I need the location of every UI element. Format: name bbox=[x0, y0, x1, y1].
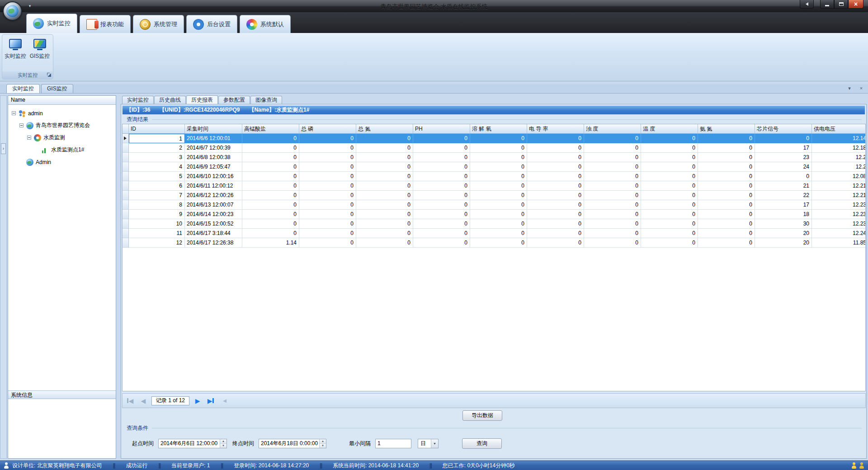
tree-expander-icon[interactable] bbox=[27, 136, 31, 140]
content-tab-1[interactable]: 实时监控 bbox=[122, 96, 154, 104]
tree-expander-icon[interactable] bbox=[12, 111, 16, 115]
tree-column-header[interactable]: Name bbox=[8, 96, 116, 105]
ribbon-button-1[interactable]: 实时监控 bbox=[4, 37, 27, 71]
table-row[interactable]: 102014/6/15 12:00:520000000003012.23 bbox=[123, 219, 865, 229]
end-time-input[interactable]: 2014年6月18日 0:00:00 ▲▼ bbox=[259, 439, 326, 448]
table-cell: 0 bbox=[584, 181, 641, 191]
table-row[interactable]: 52014/6/10 12:00:16000000000012.08 bbox=[123, 172, 865, 181]
column-header-13[interactable]: 供电电压 bbox=[812, 124, 866, 133]
minimize-button[interactable] bbox=[820, 0, 834, 9]
row-selector-cell[interactable] bbox=[123, 238, 129, 248]
row-selector-cell[interactable] bbox=[123, 210, 129, 219]
table-cell: 0 bbox=[584, 153, 641, 162]
interval-unit-combo[interactable]: 日 ▼ bbox=[418, 439, 439, 448]
tree-node[interactable]: 水质监测点1# bbox=[8, 144, 116, 156]
interval-input[interactable] bbox=[375, 439, 411, 448]
export-data-button[interactable]: 导出数据 bbox=[462, 410, 502, 421]
last-record-button[interactable]: ▶ bbox=[206, 396, 216, 406]
table-row[interactable]: 32014/6/8 12:00:380000000002312.2 bbox=[123, 153, 865, 162]
next-record-arrow-icon: ▶ bbox=[195, 396, 200, 406]
column-header-8[interactable]: 电 导 率 bbox=[527, 124, 584, 133]
ribbon-tab-1[interactable]: 实时监控 bbox=[26, 14, 77, 33]
table-row[interactable]: 122014/6/17 12:26:381.14000000002011.85 bbox=[123, 238, 865, 248]
close-button[interactable]: × bbox=[848, 0, 863, 9]
table-row[interactable]: 112014/6/17 3:18:440000000002012.24 bbox=[123, 229, 865, 238]
combo-dropdown-icon[interactable]: ▼ bbox=[431, 439, 438, 448]
ribbon-tab-4[interactable]: 后台设置 bbox=[186, 15, 237, 33]
column-header-2[interactable]: 采集时间 bbox=[185, 124, 242, 133]
end-time-spinner[interactable]: ▲▼ bbox=[319, 439, 326, 448]
row-selector-cell[interactable] bbox=[123, 181, 129, 191]
content-tab-5[interactable]: 图像查询 bbox=[250, 96, 282, 104]
ribbon-group-footer: 实时监控 bbox=[2, 71, 53, 79]
table-row[interactable]: 22014/6/7 12:00:390000000001712.18 bbox=[123, 143, 865, 153]
first-record-button[interactable]: ◀ bbox=[125, 396, 135, 406]
tab-list-dropdown-icon[interactable]: ▾ bbox=[846, 85, 853, 91]
table-row[interactable]: 12014/6/6 12:00:01000000000012.14 bbox=[123, 134, 865, 143]
column-header-9[interactable]: 浊 度 bbox=[584, 124, 641, 133]
column-header-6[interactable]: PH bbox=[413, 124, 470, 133]
ribbon-tab-2[interactable]: 报表功能 bbox=[80, 15, 131, 33]
ribbon-tab-3[interactable]: 系统管理 bbox=[133, 15, 184, 33]
tree-node[interactable]: Admin bbox=[8, 156, 116, 168]
maximize-button[interactable] bbox=[834, 0, 848, 9]
table-cell: 2 bbox=[129, 143, 185, 153]
row-selector-cell[interactable] bbox=[123, 143, 129, 153]
column-header-3[interactable]: 高锰酸盐 bbox=[242, 124, 299, 133]
tab-close-icon[interactable]: × bbox=[858, 85, 864, 91]
row-selector-cell[interactable] bbox=[123, 191, 129, 200]
column-header-4[interactable]: 总 磷 bbox=[299, 124, 356, 133]
row-selector-cell[interactable] bbox=[123, 153, 129, 162]
user-status-icon[interactable] bbox=[859, 462, 864, 469]
content-tab-4[interactable]: 参数配置 bbox=[218, 96, 250, 104]
content-tab-3[interactable]: 历史报表 bbox=[186, 95, 218, 104]
expand-panel-button[interactable]: › bbox=[1, 143, 6, 154]
tree-node[interactable]: 青岛市世界园艺博览会 bbox=[8, 119, 116, 132]
table-row[interactable]: 72014/6/12 12:00:260000000002212.21 bbox=[123, 191, 865, 200]
spin-down-icon[interactable]: ▼ bbox=[220, 444, 226, 448]
spin-down-icon[interactable]: ▼ bbox=[320, 444, 326, 448]
table-row[interactable]: 42014/6/9 12:05:470000000002412.2 bbox=[123, 162, 865, 172]
table-cell: 2014/6/7 12:00:39 bbox=[185, 143, 242, 153]
column-header-10[interactable]: 温 度 bbox=[641, 124, 698, 133]
spin-up-icon[interactable]: ▲ bbox=[320, 439, 326, 444]
tree-expander-icon[interactable] bbox=[19, 123, 24, 127]
row-selector-cell[interactable] bbox=[123, 219, 129, 229]
application-menu-button[interactable] bbox=[3, 1, 22, 21]
previous-record-button[interactable]: ◀ bbox=[138, 396, 148, 406]
online-user-icon[interactable] bbox=[851, 462, 857, 469]
document-tab-2[interactable]: GIS监控 bbox=[41, 84, 73, 93]
column-header-7[interactable]: 溶 解 氧 bbox=[470, 124, 527, 133]
table-row[interactable]: 92014/6/14 12:00:230000000001812.23 bbox=[123, 210, 865, 219]
start-time-input[interactable]: 2014年6月6日 12:00:00 ▲▼ bbox=[158, 439, 227, 448]
row-selector-cell[interactable] bbox=[123, 172, 129, 181]
spin-up-icon[interactable]: ▲ bbox=[220, 439, 226, 444]
ribbon-tab-5[interactable]: 系统默认 bbox=[240, 15, 291, 33]
record-position-box[interactable]: 记录 1 of 12 bbox=[151, 396, 189, 405]
start-time-spinner[interactable]: ▲▼ bbox=[220, 439, 226, 448]
history-report-page: 【ID】:36【UNID】:RGCE14220046RPQ9【Name】:水质监… bbox=[121, 104, 867, 459]
row-selector-cell[interactable] bbox=[123, 229, 129, 238]
table-row[interactable]: 62014/6/11 12:00:120000000002112.21 bbox=[123, 181, 865, 191]
system-info-header[interactable]: 系统信息 bbox=[8, 390, 116, 399]
next-record-button[interactable]: ▶ bbox=[193, 396, 203, 406]
navigator-overflow-icon[interactable]: ◀ bbox=[220, 396, 230, 406]
column-header-1[interactable]: ID bbox=[129, 124, 185, 133]
row-selector-cell[interactable] bbox=[123, 134, 129, 143]
window-style-button[interactable] bbox=[800, 0, 814, 9]
column-header-5[interactable]: 总 氮 bbox=[356, 124, 413, 133]
document-tab-1[interactable]: 实时监控 bbox=[6, 84, 40, 93]
query-button[interactable]: 查询 bbox=[462, 438, 502, 449]
dialog-launcher-icon[interactable] bbox=[47, 73, 52, 77]
column-header-11[interactable]: 氨 氮 bbox=[698, 124, 755, 133]
content-tab-2[interactable]: 历史曲线 bbox=[154, 96, 186, 104]
row-selector-cell[interactable] bbox=[123, 162, 129, 172]
tree-node[interactable]: admin bbox=[8, 107, 116, 119]
quick-access-dropdown-icon[interactable]: ▾ bbox=[25, 3, 34, 9]
tree-node[interactable]: 水质监测 bbox=[8, 132, 116, 144]
disc-color-icon bbox=[246, 19, 257, 30]
column-header-12[interactable]: 芯片信号 bbox=[755, 124, 812, 133]
ribbon-button-2[interactable]: GIS监控 bbox=[28, 37, 51, 71]
row-selector-cell[interactable] bbox=[123, 200, 129, 210]
table-row[interactable]: 82014/6/13 12:00:070000000001712.23 bbox=[123, 200, 865, 210]
